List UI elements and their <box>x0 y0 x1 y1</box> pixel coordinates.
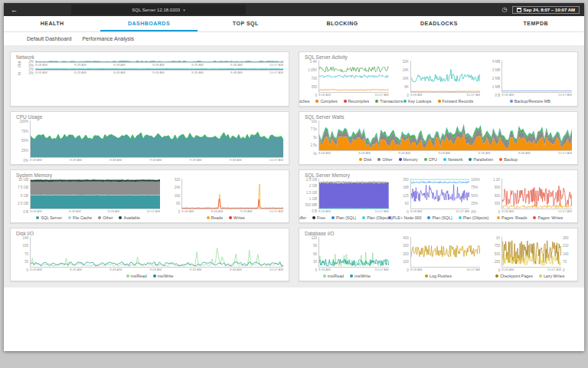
y-axis-ticks: 14010570350 <box>16 237 30 272</box>
legend-item[interactable]: SQL Server <box>36 215 61 220</box>
legend-item[interactable]: Checkpoint Pages <box>495 274 533 278</box>
legend-item[interactable]: File Cache <box>68 215 92 220</box>
plot-area <box>35 68 283 71</box>
legend-item[interactable]: Batches <box>299 99 309 104</box>
x-axis-ticks: 8:08 AM8:28 AM8:48 AM9:08 AM9:28 AM9:48 … <box>35 71 283 75</box>
legend-item[interactable]: Plan (SQL) <box>427 215 452 220</box>
legend-item[interactable]: Plan (Objects) <box>459 215 489 220</box>
tab-blocking[interactable]: BLOCKING <box>294 16 390 31</box>
activity-lookups-chart: 32K24K16K8K08:08 AM10:07 AMKey LookupsFo… <box>397 61 481 104</box>
legend-item[interactable]: Pages: Writes <box>533 215 563 220</box>
top-bar: ← SQL Server 12.18.0203 ▾ ◷ Sep 24, 8:07… <box>4 3 584 16</box>
date-range-button[interactable]: Sep 24, 8:07 – 10:07 AM <box>512 6 580 14</box>
y-axis-ticks: 10s7.5s5s2.5s0s <box>305 120 318 156</box>
y-axis-label: Out <box>16 61 21 67</box>
app-window: ← SQL Server 12.18.0203 ▾ ◷ Sep 24, 8:07… <box>4 3 584 351</box>
legend-item[interactable]: Plan (SQL) <box>332 215 356 220</box>
legend-dot-icon <box>539 274 542 278</box>
legend-item[interactable]: Memory <box>399 157 418 162</box>
legend-item[interactable]: Reads <box>207 215 223 220</box>
legend-dot-icon <box>207 216 210 219</box>
y-axis-label: In <box>16 68 21 75</box>
card-disk-io: Disk I/O 140105703508:08 AM8:28 AM8:48 A… <box>10 228 289 281</box>
tab-bar: HEALTH DASHBOARDS TOP SQL BLOCKING DEADL… <box>4 16 584 32</box>
card-title-activity: SQL Server Activity <box>299 52 577 61</box>
breadcrumb: Default Dashboard Performance Analysis <box>4 32 584 45</box>
plot-area <box>35 61 283 63</box>
legend-item[interactable]: Disk <box>359 157 371 162</box>
legend-item[interactable]: ms/Read <box>126 274 147 278</box>
network-in-chart: In2%0%8:08 AM8:28 AM8:48 AM9:08 AM9:28 A… <box>16 68 283 75</box>
legend-item[interactable]: Lazy Writes <box>539 274 565 278</box>
y-axis-ticks: 4003002001000 <box>397 237 410 272</box>
legend-item[interactable]: Pages: Reads <box>497 215 527 220</box>
card-database-io: Database I/O 12090603008:08 AM10:07 AMms… <box>299 228 578 281</box>
legend-dot-icon <box>332 216 335 219</box>
chart-legend: Log Flushes <box>397 272 481 279</box>
breadcrumb-item-performance-analysis[interactable]: Performance Analysis <box>82 36 134 41</box>
legend-dot-icon <box>323 274 326 278</box>
card-title-dbio: Database I/O <box>299 228 577 237</box>
legend-item[interactable]: Recompiles <box>344 99 370 104</box>
legend-item[interactable]: Backup <box>499 157 518 162</box>
y-axis-ticks: 10 GB7.5 GB5 GB2.5 GB0 B <box>16 179 30 214</box>
y-axis-ticks-right: 100%75%50%25%0% <box>469 179 480 214</box>
legend-dot-icon <box>403 100 407 103</box>
legend-item[interactable]: Network <box>443 157 462 162</box>
breadcrumb-item-default-dashboard[interactable]: Default Dashboard <box>27 36 71 41</box>
legend-item[interactable]: Forward Records <box>438 99 474 104</box>
topbar-right-group: ◷ Sep 24, 8:07 – 10:07 AM <box>502 6 580 14</box>
legend-item[interactable]: Buffer <box>299 215 306 220</box>
tab-tempdb[interactable]: TEMPDB <box>488 16 584 31</box>
legend-item[interactable]: Key Lookups <box>403 99 432 104</box>
server-selector[interactable]: SQL Server 12.18.0203 ▾ <box>71 5 246 15</box>
legend-item[interactable]: ms/Read <box>323 274 344 278</box>
y-axis-ticks: 100%75%50%25%0% <box>16 120 30 163</box>
y-axis-ticks: 250188125630 <box>397 179 410 214</box>
sql-memory-pages-chart: 1.2K90060030008:08 AM10:07 AMPages: Read… <box>488 179 572 221</box>
legend-item[interactable]: Log Flushes <box>425 274 452 278</box>
legend-item[interactable]: Other <box>98 215 113 220</box>
chart-legend: ms/Readms/Write <box>16 272 283 279</box>
plot-area <box>501 61 572 93</box>
back-button[interactable]: ← <box>11 6 18 14</box>
card-title-sqlmem: SQL Server Memory <box>299 170 577 179</box>
legend-item[interactable]: ms/Write <box>153 274 174 278</box>
legend-item[interactable]: Available <box>119 215 139 220</box>
legend-item[interactable]: PLE - Node 000 <box>388 215 422 220</box>
y-axis-ticks-right: 280210140700 <box>561 237 572 272</box>
legend-item[interactable]: CPU <box>424 157 437 162</box>
system-memory-page-faults-chart: 3202401608008:08 AM8:48 AM9:28 AM10:07 A… <box>168 179 283 221</box>
legend-item[interactable]: Free <box>312 215 325 220</box>
legend-dot-icon <box>510 100 513 103</box>
legend-item[interactable]: Other <box>377 157 392 162</box>
plot-area <box>318 61 389 93</box>
chart-legend: BufferFreePlan (SQL)Plan (Objects)↕ <box>305 214 389 221</box>
clock-icon[interactable]: ◷ <box>502 6 508 13</box>
legend-dot-icon <box>425 274 428 278</box>
legend-item[interactable]: Backup/Restore MB <box>510 99 550 104</box>
legend-item[interactable]: ms/Write <box>350 274 371 278</box>
legend-item[interactable]: Parallelism <box>469 157 493 162</box>
database-io-logflush-chart: 40030020010008:08 AM10:07 AMLog Flushes <box>397 237 481 279</box>
legend-dot-icon <box>344 100 347 103</box>
card-title-cpu: CPU Usage <box>11 112 289 120</box>
plot-area <box>410 237 481 268</box>
chart-legend: BatchesCompilesRecompilesTransactions <box>305 97 389 104</box>
legend-item[interactable]: Writes <box>229 215 245 220</box>
y-axis-ticks: 2%0% <box>21 68 35 75</box>
tab-health[interactable]: HEALTH <box>4 16 100 31</box>
plot-area <box>30 237 283 268</box>
tab-top-sql[interactable]: TOP SQL <box>198 16 294 31</box>
plot-area <box>501 179 572 209</box>
activity-backup-chart: 4 MB3 MB2 MB1 MB0 B8:08 AM10:07 AMBackup… <box>488 61 572 104</box>
tab-deadlocks[interactable]: DEADLOCKS <box>390 16 487 31</box>
legend-dot-icon <box>469 158 472 161</box>
tab-dashboards[interactable]: DASHBOARDS <box>100 16 197 31</box>
legend-dot-icon <box>119 216 122 219</box>
legend-item[interactable]: Compiles <box>315 99 337 104</box>
y-axis-ticks: 1.4K1.05K7003500 <box>305 61 318 97</box>
chart-legend: PLE - Node 000Plan (SQL)Plan (Objects) <box>397 214 481 221</box>
legend-dot-icon <box>497 216 500 219</box>
sql-server-waits-chart: 10s7.5s5s2.5s0s8:08 AM8:28 AM8:48 AM9:08… <box>305 120 572 163</box>
